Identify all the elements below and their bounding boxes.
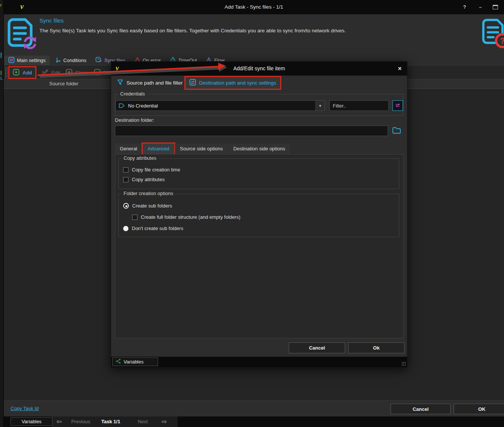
dialog-cancel-button[interactable]: Cancel <box>289 342 345 353</box>
funnel-icon <box>117 79 124 87</box>
sliders-icon <box>395 102 401 109</box>
plus-square-gray-icon <box>66 69 72 77</box>
dialog-ok-button[interactable]: Ok <box>348 342 404 353</box>
folder-icon <box>392 127 401 135</box>
maximize-button[interactable] <box>493 5 498 9</box>
next-button[interactable]: Next <box>128 416 158 427</box>
variables-button-label: Variables <box>124 359 143 365</box>
copy-attributes-checkbox[interactable] <box>123 177 128 182</box>
window-title: Add Task - Sync files - 1/1 <box>4 0 504 14</box>
variables-button[interactable]: Variables <box>11 417 53 426</box>
previous-arrow-icon[interactable]: ⇦ <box>56 416 62 427</box>
radio-label: Don't create sub folders <box>132 226 183 231</box>
dialog-variables-bar: Variables <box>111 357 407 367</box>
option-row: Create sub folders <box>123 203 172 209</box>
dont-create-sub-folders-radio[interactable] <box>123 226 128 231</box>
create-full-structure-checkbox[interactable] <box>132 215 137 220</box>
dialog-variables-button[interactable]: Variables <box>112 357 158 366</box>
radio-label: Create sub folders <box>132 203 172 209</box>
add-button-label: Add <box>23 70 32 76</box>
credentials-group: Credentials No Credential ▾ <box>115 94 403 116</box>
edit-button[interactable]: Edit <box>42 67 60 78</box>
dialog-tab-destination[interactable]: Destination path and sync settings <box>186 77 280 89</box>
settings-tab-strip: General Advanced Source side options Des… <box>115 144 290 154</box>
create-sub-folders-radio[interactable] <box>123 203 129 209</box>
task-counter: Task 1/1 <box>98 416 124 427</box>
folder-creation-options-group: Folder creation options Create sub folde… <box>118 194 399 237</box>
destination-folder-label: Destination folder: <box>115 117 154 123</box>
dialog-tab-source[interactable]: Source path and file filter <box>113 77 186 89</box>
help-button[interactable]: ? <box>460 0 469 14</box>
combobox-dropdown-button[interactable]: ▾ <box>315 101 324 111</box>
copy-file-creation-time-checkbox[interactable] <box>123 167 128 173</box>
title-bar: v Add Task - Sync files - 1/1 ? – <box>4 0 504 14</box>
checkbox-label: Create full folder structure (and empty … <box>141 214 240 220</box>
minimize-button[interactable]: – <box>476 0 484 14</box>
edit-button-label: Edit <box>51 70 60 76</box>
variables-icon <box>116 359 121 365</box>
clone-button[interactable]: Clone <box>66 67 88 78</box>
dialog-title: Add/Edit sync file item <box>111 62 407 76</box>
sliders-box-icon <box>8 57 15 64</box>
checkbox-label: Copy attributes <box>132 177 164 182</box>
pencil-icon <box>42 69 49 77</box>
task-description: The Sync file(s) Task lets you Sync file… <box>39 28 346 33</box>
bottom-bar: Variables ⇦ Previous Task 1/1 Next ⇨ <box>4 416 504 427</box>
minus-square-gray-icon <box>94 69 101 77</box>
branch-arrows-icon <box>55 57 61 64</box>
credential-combobox[interactable]: No Credential ▾ <box>115 100 325 111</box>
clone-button-label: Clone <box>75 70 88 76</box>
tab-main-settings[interactable]: Main settings <box>5 56 50 65</box>
tab-label: Main settings <box>17 58 46 63</box>
task-header: Sync files The Sync file(s) Task lets yo… <box>4 14 504 56</box>
toolbar-drag-handle[interactable] <box>5 67 8 78</box>
copy-attributes-group: Copy attributes Copy file creation time … <box>118 158 399 189</box>
option-row: Copy file creation time <box>123 167 180 173</box>
credential-filter-input[interactable] <box>329 100 389 111</box>
copy-attributes-group-label: Copy attributes <box>122 155 158 161</box>
background-window-strip: v L <box>0 0 4 427</box>
option-row: Don't create sub folders <box>123 226 183 231</box>
background-fragment <box>0 71 2 75</box>
background-fragment <box>0 53 2 58</box>
add-button[interactable]: Add <box>9 67 35 78</box>
checkbox-label: Copy file creation time <box>132 167 180 173</box>
copy-task-id-link[interactable]: Copy Task Id <box>11 406 39 411</box>
task-title: Sync files <box>39 17 63 24</box>
advanced-tab-page: Copy attributes Copy file creation time … <box>115 154 403 338</box>
sync-files-icon <box>7 17 38 53</box>
add-edit-sync-dialog: v Add/Edit sync file item ✕ Source path … <box>111 61 407 368</box>
credentials-group-label: Credentials <box>118 91 147 97</box>
credential-tag-icon <box>118 102 125 109</box>
svg-text:?: ? <box>500 36 504 45</box>
column-header-source-folder[interactable]: Source folder <box>4 79 124 88</box>
option-row: Create full folder structure (and empty … <box>132 214 240 220</box>
background-fragment: L <box>0 76 3 80</box>
manage-credentials-button[interactable] <box>392 100 403 111</box>
browse-folder-button[interactable] <box>391 126 402 135</box>
tab-source-side-options[interactable]: Source side options <box>175 144 228 154</box>
previous-button[interactable]: Previous <box>66 416 96 427</box>
option-row: Copy attributes <box>123 177 164 182</box>
credential-selected-value: No Credential <box>128 103 158 109</box>
footer-cancel-button[interactable]: Cancel <box>391 404 451 414</box>
plus-square-icon <box>13 69 20 77</box>
sliders-box-icon <box>189 79 196 87</box>
tab-label: Conditions <box>63 58 86 63</box>
dialog-close-button[interactable]: ✕ <box>398 62 402 76</box>
help-document-icon: ? <box>481 18 504 51</box>
tab-destination-side-options[interactable]: Destination side options <box>228 144 290 154</box>
window-footer: Copy Task Id Cancel OK <box>4 400 504 416</box>
destination-folder-input[interactable] <box>115 126 388 136</box>
dialog-tab-label: Destination path and sync settings <box>199 80 276 86</box>
folder-creation-group-label: Folder creation options <box>122 191 175 196</box>
footer-ok-button[interactable]: OK <box>454 404 504 414</box>
dialog-resize-grip[interactable] <box>401 362 406 366</box>
tab-advanced[interactable]: Advanced <box>143 144 174 154</box>
tab-conditions[interactable]: Conditions <box>51 56 90 65</box>
dialog-tab-label: Source path and file filter <box>127 80 183 86</box>
dialog-title-bar: v Add/Edit sync file item ✕ <box>111 62 407 76</box>
tab-general[interactable]: General <box>115 144 142 154</box>
next-arrow-icon[interactable]: ⇨ <box>161 416 167 427</box>
background-logo: v <box>0 2 2 9</box>
